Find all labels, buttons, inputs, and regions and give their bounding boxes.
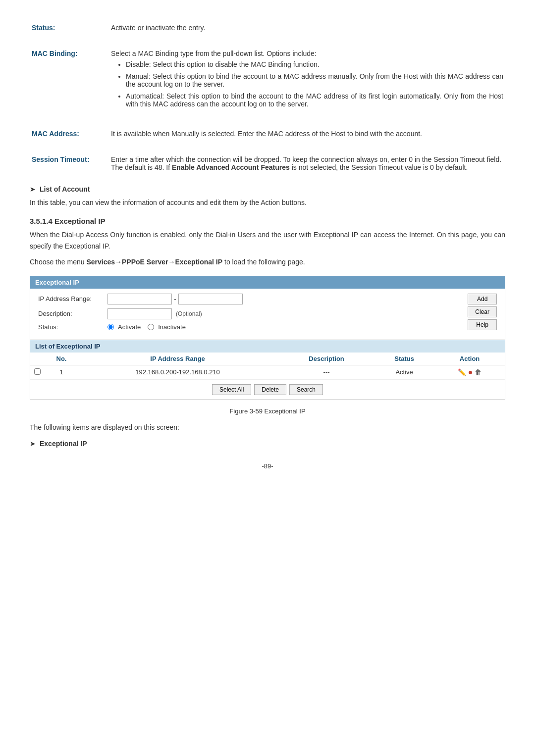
exceptional-ip-panel-body: IP Address Range: - Description: (Option… — [30, 289, 505, 340]
exceptional-ip-arrow-icon: ➤ — [30, 440, 36, 448]
list-of-account-desc: In this table, you can view the informat… — [30, 197, 505, 208]
table-row: 1 192.168.0.200-192.168.0.210 --- Active… — [30, 365, 505, 379]
page-number: -89- — [30, 462, 505, 470]
exceptional-ip-form-fields: IP Address Range: - Description: (Option… — [38, 294, 458, 335]
exceptional-ip-desc1: When the Dial-up Access Only function is… — [30, 229, 505, 252]
activate-radio[interactable] — [107, 324, 114, 330]
mac-address-label: MAC Address: — [32, 130, 79, 138]
list-exceptional-ip-header: List of Exceptional IP — [30, 340, 505, 353]
exceptional-ip-arrow-label: Exceptional IP — [40, 440, 87, 448]
col-status: Status — [374, 353, 434, 365]
stop-icon[interactable]: ● — [468, 368, 473, 377]
row-ip-range: 192.168.0.200-192.168.0.210 — [76, 365, 279, 379]
activate-label: Activate — [118, 323, 141, 331]
row-checkbox[interactable] — [34, 368, 41, 375]
description-label: Description: — [38, 310, 107, 317]
session-timeout-bold: Enable Advanced Account Features — [172, 163, 290, 171]
ip-range-from-input[interactable] — [107, 294, 172, 304]
row-action: ✏️ ● 🗑 — [434, 365, 505, 379]
inactivate-label: Inactivate — [158, 323, 186, 331]
ip-range-label: IP Address Range: — [38, 295, 107, 302]
exceptional-ip-table: No. IP Address Range Description Status … — [30, 353, 505, 380]
exceptional-ip-desc2-end: to load the following page. — [222, 258, 305, 266]
clear-button[interactable]: Clear — [468, 306, 497, 317]
figure-caption: Figure 3-59 Exceptional IP — [30, 407, 505, 415]
mac-binding-options: Disable: Select this option to disable t… — [111, 60, 503, 108]
select-all-button[interactable]: Select All — [212, 384, 251, 395]
session-timeout-label: Session Timeout: — [32, 155, 89, 163]
row-description: --- — [279, 365, 374, 379]
row-status: Active — [374, 365, 434, 379]
status-radio-group: Activate Inactivate — [107, 323, 186, 331]
panel-buttons: Add Clear Help — [468, 294, 497, 330]
col-ip-range: IP Address Range — [76, 353, 279, 365]
table-buttons: Select All Delete Search — [30, 380, 505, 399]
list-of-account-arrow: ➤ — [30, 185, 36, 193]
help-button[interactable]: Help — [468, 319, 497, 330]
optional-text: (Optional) — [176, 310, 202, 317]
ip-range-separator: - — [174, 295, 176, 303]
session-timeout-desc-part3: is not selected, the Session Timeout val… — [290, 163, 468, 171]
mac-binding-option-3: Automatical: Select this option to bind … — [126, 92, 503, 108]
col-action: Action — [434, 353, 505, 365]
menu-path-bold: Services→PPPoE Server→Exceptional IP — [86, 258, 222, 266]
mac-binding-option-2: Manual: Select this option to bind the a… — [126, 72, 503, 88]
status-label: Status: — [32, 24, 55, 32]
status-field-label: Status: — [38, 323, 107, 331]
session-timeout-section: Session Timeout: Enter a time after whic… — [30, 151, 505, 175]
delete-button[interactable]: Delete — [254, 384, 286, 395]
status-section: Status: Activate or inactivate the entry… — [30, 20, 505, 36]
mac-address-section: MAC Address: It is available when Manual… — [30, 126, 505, 142]
inactivate-radio[interactable] — [148, 324, 154, 330]
row-no: 1 — [47, 365, 76, 379]
add-button[interactable]: Add — [468, 294, 497, 304]
col-description: Description — [279, 353, 374, 365]
mac-address-description: It is available when Manually is selecte… — [111, 130, 422, 138]
row-checkbox-cell — [30, 365, 47, 379]
col-checkbox — [30, 353, 47, 365]
exceptional-ip-form-section: IP Address Range: - Description: (Option… — [38, 294, 497, 335]
description-row: Description: (Optional) — [38, 308, 458, 319]
exceptional-ip-menu-path: Choose the menu Services→PPPoE Server→Ex… — [30, 256, 505, 267]
ip-range-row: IP Address Range: - — [38, 294, 458, 304]
search-button[interactable]: Search — [289, 384, 323, 395]
mac-binding-label: MAC Binding: — [32, 50, 78, 57]
mac-binding-intro: Select a MAC Binding type from the pull-… — [111, 50, 317, 57]
description-input[interactable] — [107, 308, 172, 319]
mac-binding-option-1: Disable: Select this option to disable t… — [126, 60, 503, 68]
exceptional-ip-panel-header: Exceptional IP — [30, 276, 505, 289]
exceptional-ip-panel: Exceptional IP IP Address Range: - Descr… — [30, 276, 505, 400]
table-header-row: No. IP Address Range Description Status … — [30, 353, 505, 365]
ip-range-to-input[interactable] — [178, 294, 243, 304]
exceptional-ip-arrow-heading: ➤ Exceptional IP — [30, 440, 505, 448]
following-items-text: The following items are displayed on thi… — [30, 422, 505, 433]
status-description: Activate or inactivate the entry. — [111, 24, 205, 32]
list-of-account-heading: ➤ List of Account — [30, 185, 505, 193]
edit-icon[interactable]: ✏️ — [458, 368, 466, 376]
exceptional-ip-heading: 3.5.1.4 Exceptional IP — [30, 217, 505, 225]
action-icons: ✏️ ● 🗑 — [438, 368, 501, 377]
col-no: No. — [47, 353, 76, 365]
status-row: Status: Activate Inactivate — [38, 323, 458, 331]
list-of-account-label: List of Account — [40, 185, 90, 193]
mac-binding-section: MAC Binding: Select a MAC Binding type f… — [30, 46, 505, 116]
delete-icon[interactable]: 🗑 — [475, 368, 482, 376]
choose-menu-text: Choose the menu — [30, 258, 86, 266]
